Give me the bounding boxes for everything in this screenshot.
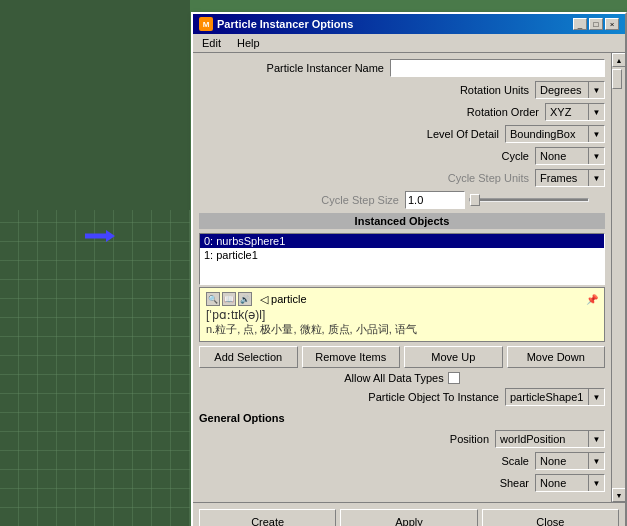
particle-object-arrow: ▼ xyxy=(588,389,604,405)
slider-thumb xyxy=(470,194,480,206)
cycle-step-size-input[interactable] xyxy=(405,191,465,209)
cycle-label: Cycle xyxy=(409,150,529,162)
scale-row: Scale None ▼ xyxy=(199,452,605,470)
particle-instancer-dialog: M Particle Instancer Options _ □ × Edit … xyxy=(191,12,627,526)
scroll-up-button[interactable]: ▲ xyxy=(612,53,625,67)
list-item-0[interactable]: 0: nurbsSphere1 xyxy=(200,234,604,248)
rotation-order-dropdown[interactable]: XYZ ▼ xyxy=(545,103,605,121)
scale-arrow: ▼ xyxy=(588,453,604,469)
rotation-order-label: Rotation Order xyxy=(419,106,539,118)
rotation-order-arrow: ▼ xyxy=(588,104,604,120)
instanced-objects-label: Instanced Objects xyxy=(199,213,605,229)
cycle-step-units-label: Cycle Step Units xyxy=(409,172,529,184)
menu-help[interactable]: Help xyxy=(234,36,263,50)
allow-all-data-label: Allow All Data Types xyxy=(344,372,443,384)
position-arrow: ▼ xyxy=(588,431,604,447)
shear-label: Shear xyxy=(409,477,529,489)
scroll-down-button[interactable]: ▼ xyxy=(612,488,625,502)
title-icon: M xyxy=(199,17,213,31)
instanced-objects-list[interactable]: 0: nurbsSphere1 1: particle1 xyxy=(199,233,605,285)
tooltip-phonetic: [ˈpɑːtɪk(ə)l] xyxy=(206,308,598,322)
remove-items-button[interactable]: Remove Items xyxy=(302,346,401,368)
apply-button[interactable]: Apply xyxy=(340,509,477,526)
cycle-value: None xyxy=(536,150,588,162)
shear-arrow: ▼ xyxy=(588,475,604,491)
rotation-units-value: Degrees xyxy=(536,84,588,96)
shear-dropdown[interactable]: None ▼ xyxy=(535,474,605,492)
allow-all-data-row: Allow All Data Types xyxy=(199,372,605,384)
rotation-units-dropdown[interactable]: Degrees ▼ xyxy=(535,81,605,99)
minimize-button[interactable]: _ xyxy=(573,18,587,30)
name-label: Particle Instancer Name xyxy=(264,62,384,74)
scale-label: Scale xyxy=(409,455,529,467)
tooltip-icons: 🔍 📖 🔊 xyxy=(206,292,252,306)
tooltip-meanings: n.粒子, 点, 极小量, 微粒, 质点, 小品词, 语气 xyxy=(206,322,598,337)
dialog-title: M Particle Instancer Options xyxy=(199,17,353,31)
allow-all-data-checkbox[interactable] xyxy=(448,372,460,384)
tooltip-header: 🔍 📖 🔊 ◁ particle 📌 xyxy=(206,292,598,306)
dialog-content: Particle Instancer Name Rotation Units D… xyxy=(193,53,611,502)
position-row: Position worldPosition ▼ xyxy=(199,430,605,448)
bookmark-icon[interactable]: 📖 xyxy=(222,292,236,306)
cycle-step-units-arrow: ▼ xyxy=(588,170,604,186)
pin-icon[interactable]: 📌 xyxy=(586,294,598,305)
particle-object-label: Particle Object To Instance xyxy=(368,391,499,403)
cycle-step-units-dropdown[interactable]: Frames ▼ xyxy=(535,169,605,187)
tooltip-popup: 🔍 📖 🔊 ◁ particle 📌 [ˈpɑːtɪk(ə)l] n.粒子, 点… xyxy=(199,287,605,342)
name-row: Particle Instancer Name xyxy=(199,59,605,77)
cycle-step-size-row: Cycle Step Size xyxy=(199,191,605,209)
rotation-units-row: Rotation Units Degrees ▼ xyxy=(199,81,605,99)
scroll-thumb[interactable] xyxy=(612,69,622,89)
shear-row: Shear None ▼ xyxy=(199,474,605,492)
create-button[interactable]: Create xyxy=(199,509,336,526)
cycle-step-units-row: Cycle Step Units Frames ▼ xyxy=(199,169,605,187)
cycle-row: Cycle None ▼ xyxy=(199,147,605,165)
level-detail-row: Level Of Detail BoundingBox ▼ xyxy=(199,125,605,143)
viewport-3d xyxy=(0,0,190,526)
menubar: Edit Help xyxy=(193,34,625,53)
dialog-inner: Particle Instancer Name Rotation Units D… xyxy=(193,53,625,502)
position-value: worldPosition xyxy=(496,433,588,445)
add-selection-button[interactable]: Add Selection xyxy=(199,346,298,368)
tooltip-search-label: ◁ particle xyxy=(260,293,307,306)
cycle-dropdown[interactable]: None ▼ xyxy=(535,147,605,165)
position-label: Position xyxy=(369,433,489,445)
bottom-buttons: Create Apply Close xyxy=(193,502,625,526)
rotation-order-row: Rotation Order XYZ ▼ xyxy=(199,103,605,121)
general-options-header: General Options xyxy=(199,410,605,426)
rotation-order-value: XYZ xyxy=(546,106,588,118)
slider-track xyxy=(469,198,589,202)
level-detail-arrow: ▼ xyxy=(588,126,604,142)
maximize-button[interactable]: □ xyxy=(589,18,603,30)
position-dropdown[interactable]: worldPosition ▼ xyxy=(495,430,605,448)
level-detail-dropdown[interactable]: BoundingBox ▼ xyxy=(505,125,605,143)
scale-value: None xyxy=(536,455,588,467)
level-detail-label: Level Of Detail xyxy=(379,128,499,140)
particle-object-value: particleShape1 xyxy=(506,391,588,403)
dialog-title-text: Particle Instancer Options xyxy=(217,18,353,30)
name-input[interactable] xyxy=(390,59,605,77)
main-scrollbar: ▲ ▼ xyxy=(611,53,625,502)
cycle-step-size-label: Cycle Step Size xyxy=(279,194,399,206)
slider-container[interactable] xyxy=(469,191,605,209)
search-icon[interactable]: 🔍 xyxy=(206,292,220,306)
dialog-titlebar: M Particle Instancer Options _ □ × xyxy=(193,14,625,34)
action-buttons-row: Add Selection Remove Items Move Up Move … xyxy=(199,346,605,368)
speaker-icon[interactable]: 🔊 xyxy=(238,292,252,306)
scale-dropdown[interactable]: None ▼ xyxy=(535,452,605,470)
list-item-1[interactable]: 1: particle1 xyxy=(200,248,604,262)
menu-edit[interactable]: Edit xyxy=(199,36,224,50)
grid xyxy=(0,210,190,526)
move-up-button[interactable]: Move Up xyxy=(404,346,503,368)
rotation-units-label: Rotation Units xyxy=(409,84,529,96)
cycle-arrow: ▼ xyxy=(588,148,604,164)
particle-object-row: Particle Object To Instance particleShap… xyxy=(199,388,605,406)
particle-object-dropdown[interactable]: particleShape1 ▼ xyxy=(505,388,605,406)
window-controls: _ □ × xyxy=(573,18,619,30)
close-window-button[interactable]: × xyxy=(605,18,619,30)
move-down-button[interactable]: Move Down xyxy=(507,346,606,368)
shear-value: None xyxy=(536,477,588,489)
close-button[interactable]: Close xyxy=(482,509,619,526)
level-detail-value: BoundingBox xyxy=(506,128,588,140)
cycle-step-units-value: Frames xyxy=(536,172,588,184)
